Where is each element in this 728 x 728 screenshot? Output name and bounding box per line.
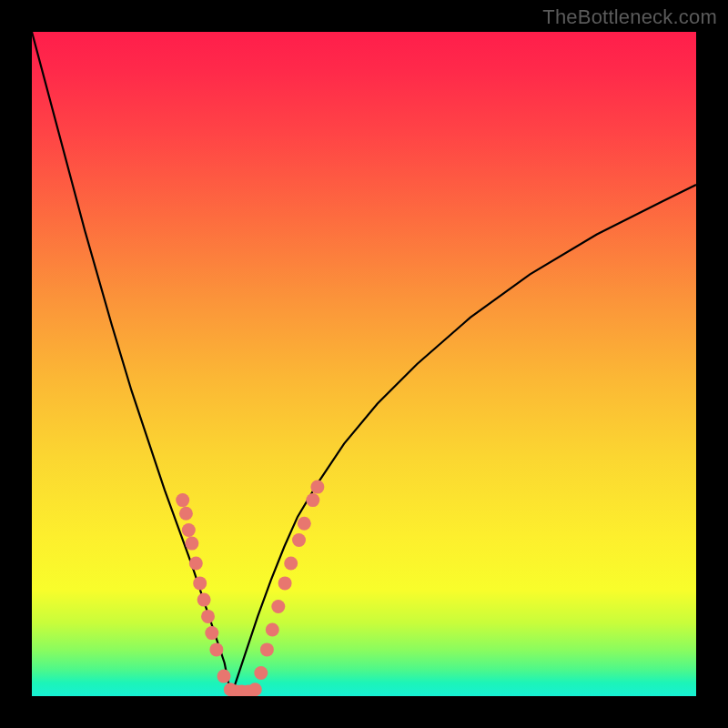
data-point [217,670,231,683]
data-point [205,626,218,640]
watermark-text: TheBottleneck.com [542,5,717,29]
plot-area [32,32,696,696]
chart-svg [32,32,696,696]
bottleneck-curve-right [231,185,696,696]
data-point [209,642,223,656]
data-point [271,600,285,613]
data-point [193,576,207,590]
data-point [284,557,298,571]
data-point [185,537,198,551]
data-point [260,642,274,656]
scatter-dots [176,480,324,696]
data-point [179,507,193,521]
data-point [254,666,268,680]
data-point [310,480,324,494]
data-point [189,557,203,571]
data-point [292,533,306,547]
data-point [248,682,262,696]
chart-frame: TheBottleneck.com [0,0,728,728]
data-point [176,493,189,507]
data-point [197,593,211,607]
data-point [201,610,215,623]
data-point [266,623,279,637]
data-point [298,517,311,531]
data-point [278,576,292,590]
data-point [306,493,319,507]
data-point [182,523,196,537]
